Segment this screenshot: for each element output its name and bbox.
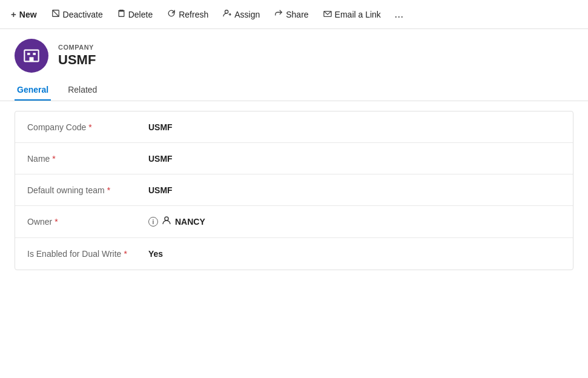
deactivate-icon [51, 9, 60, 19]
field-row-owner: Owner * i NANCY [15, 206, 573, 238]
refresh-label: Refresh [179, 10, 208, 19]
new-label: New [19, 10, 37, 19]
deactivate-button[interactable]: Deactivate [45, 5, 109, 23]
new-icon: + [11, 9, 16, 19]
svg-rect-9 [27, 53, 30, 55]
field-row-owning-team: Default owning team * USMF [15, 174, 573, 206]
svg-rect-10 [33, 53, 36, 55]
field-row-company-code: Company Code * USMF [15, 111, 573, 143]
required-star-owner: * [55, 217, 58, 227]
form-section: Company Code * USMF Name * USMF Default … [15, 111, 573, 270]
record-header: COMPANY USMF [0, 29, 588, 80]
owning-team-label: Default owning team * [27, 185, 148, 195]
new-button[interactable]: + New [5, 5, 43, 23]
svg-point-3 [225, 10, 228, 13]
record-type: COMPANY [58, 44, 96, 51]
refresh-icon [167, 9, 176, 19]
more-button[interactable]: ... [389, 5, 409, 24]
delete-label: Delete [128, 10, 153, 19]
record-title-block: COMPANY USMF [58, 44, 96, 68]
svg-point-12 [165, 217, 168, 220]
owning-team-value[interactable]: USMF [148, 185, 173, 195]
refresh-button[interactable]: Refresh [161, 5, 214, 23]
svg-rect-11 [30, 57, 34, 61]
more-icon: ... [394, 8, 403, 21]
svg-rect-2 [119, 12, 124, 17]
name-value[interactable]: USMF [148, 154, 173, 164]
dual-write-value[interactable]: Yes [148, 249, 163, 259]
tabs: General Related [0, 80, 588, 101]
assign-button[interactable]: Assign [217, 5, 266, 23]
record-name: USMF [58, 52, 96, 68]
assign-label: Assign [234, 10, 260, 19]
owner-value: i NANCY [148, 216, 205, 228]
name-label: Name * [27, 154, 148, 164]
dual-write-label: Is Enabled for Dual Write * [27, 249, 148, 259]
owner-info-icon[interactable]: i [148, 217, 158, 227]
company-avatar [15, 39, 48, 73]
svg-line-1 [52, 10, 59, 17]
company-avatar-icon [23, 47, 40, 64]
owner-name[interactable]: NANCY [175, 217, 205, 227]
email-button[interactable]: Email a Link [317, 5, 387, 23]
share-label: Share [286, 10, 308, 19]
required-star-dw: * [124, 249, 127, 259]
delete-button[interactable]: Delete [111, 5, 159, 23]
owner-label: Owner * [27, 217, 148, 227]
company-code-label: Company Code * [27, 122, 148, 132]
email-label: Email a Link [335, 10, 381, 19]
company-code-value[interactable]: USMF [148, 122, 173, 132]
required-star-name: * [52, 154, 55, 164]
deactivate-label: Deactivate [63, 10, 103, 19]
tab-general[interactable]: General [15, 80, 51, 101]
email-icon [323, 9, 332, 19]
tab-related[interactable]: Related [65, 80, 99, 101]
assign-icon [223, 9, 231, 19]
delete-icon [117, 9, 125, 19]
share-icon [274, 9, 283, 19]
share-button[interactable]: Share [268, 5, 314, 23]
required-star: * [88, 122, 91, 132]
owner-person-icon [162, 216, 171, 228]
field-row-name: Name * USMF [15, 143, 573, 174]
required-star-team: * [107, 185, 110, 195]
toolbar: + New Deactivate Delete Refresh [0, 0, 588, 29]
field-row-dual-write: Is Enabled for Dual Write * Yes [15, 238, 573, 270]
